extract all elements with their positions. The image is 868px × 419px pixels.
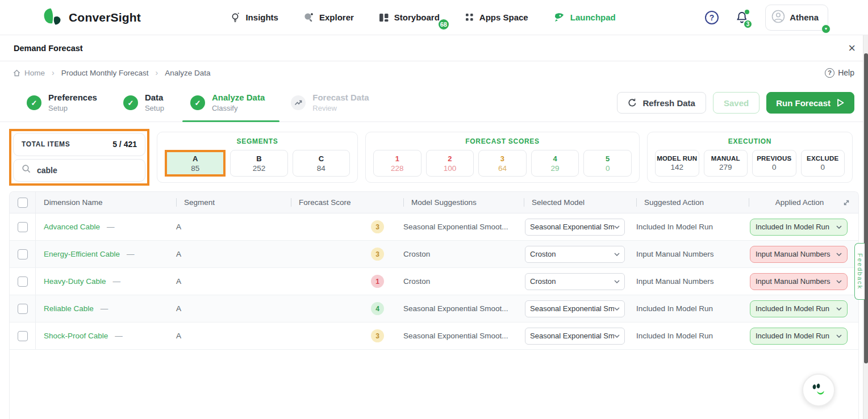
- breadcrumb-item[interactable]: Product Monthly Forecast: [61, 69, 149, 77]
- step-forecast-data[interactable]: Forecast Data Review: [291, 84, 369, 121]
- selected-model-dropdown[interactable]: Seasonal Exponential Smoothing: [525, 300, 625, 317]
- segments-panel: SEGMENTS A 85 B 252 C 84: [157, 132, 358, 183]
- step-data[interactable]: ✓ Data Setup: [123, 84, 164, 121]
- score-card-4[interactable]: 4 29: [531, 150, 579, 177]
- row-checkbox[interactable]: [18, 331, 28, 341]
- table-row: Heavy-Duty Cable — A 1 Croston Croston I…: [10, 268, 858, 295]
- score-card-5[interactable]: 5 0: [583, 150, 632, 177]
- assistant-chat-bubble[interactable]: [802, 374, 835, 407]
- model-suggestion: Seasonal Exponential Smoot...: [395, 332, 516, 340]
- segment-card-b[interactable]: B 252: [230, 150, 287, 177]
- table-row: Advanced Cable — A 3 Seasonal Exponentia…: [10, 213, 858, 241]
- row-checkbox[interactable]: [18, 222, 28, 232]
- close-icon[interactable]: ×: [848, 42, 856, 55]
- breadcrumb: Home › Product Monthly Forecast › Analyz…: [12, 68, 210, 77]
- notifications-bell-icon[interactable]: 3: [736, 11, 748, 24]
- execution-title: EXECUTION: [655, 137, 845, 145]
- table-row: Energy-Efficient Cable — A 3 Croston Cro…: [10, 241, 858, 268]
- applied-action-dropdown[interactable]: Included In Model Run: [750, 328, 848, 345]
- forecast-scores-panel: FORECAST SCORES 1 228 2 100 3 64 4 29: [365, 132, 640, 183]
- search-input[interactable]: [37, 166, 116, 175]
- forecast-score-badge: 4: [371, 302, 384, 315]
- nav-item-label: Explorer: [319, 12, 354, 22]
- chevron-down-icon: [836, 307, 842, 311]
- score-card-2[interactable]: 2 100: [426, 150, 474, 177]
- applied-action-dropdown[interactable]: Input Manual Numbers: [750, 273, 848, 290]
- execution-card-exclude[interactable]: EXCLUDE 0: [801, 150, 845, 177]
- chevron-down-icon: [614, 334, 620, 338]
- breadcrumb-separator-icon: ›: [52, 68, 55, 77]
- execution-card-previous[interactable]: PREVIOUS 0: [752, 150, 796, 177]
- modal-title: Demand Forecast: [14, 44, 83, 53]
- applied-action-dropdown[interactable]: Input Manual Numbers: [750, 246, 848, 263]
- feedback-tab[interactable]: Feedback: [854, 243, 865, 300]
- check-circle-icon: ✓: [27, 95, 41, 110]
- dimension-name-link[interactable]: Reliable Cable: [44, 304, 94, 313]
- applied-action-dropdown[interactable]: Included In Model Run: [750, 219, 848, 236]
- nav-item-explorer[interactable]: Explorer: [303, 12, 354, 23]
- nav-item-insights[interactable]: Insights: [230, 12, 278, 23]
- nav-item-launchpad[interactable]: Launchpad: [553, 12, 616, 23]
- notification-count-badge: 3: [743, 19, 753, 29]
- dimension-name-link[interactable]: Energy-Efficient Cable: [44, 250, 120, 258]
- selected-model-dropdown[interactable]: Seasonal Exponential Smoothing: [525, 219, 625, 236]
- dimension-name-link[interactable]: Shock-Proof Cable: [44, 332, 108, 340]
- nav-item-label: Storyboard: [394, 12, 440, 22]
- primary-nav: Insights Explorer: [230, 12, 615, 23]
- selected-model-dropdown[interactable]: Croston: [525, 273, 625, 290]
- select-all-checkbox[interactable]: [18, 198, 28, 208]
- col-applied-action: Applied Action: [741, 198, 858, 207]
- suggested-action: Input Manual Numbers: [628, 277, 741, 286]
- scrollbar-thumb[interactable]: [864, 53, 868, 363]
- nav-item-label: Launchpad: [570, 12, 616, 22]
- dimension-name-link[interactable]: Heavy-Duty Cable: [44, 277, 106, 286]
- top-nav: ConverSight Insights: [0, 0, 868, 35]
- table-row: Reliable Cable — A 4 Seasonal Exponentia…: [10, 295, 858, 322]
- step-preferences[interactable]: ✓ Preferences Setup: [27, 84, 97, 121]
- search-box[interactable]: [13, 159, 145, 182]
- execution-card-model-run[interactable]: MODEL RUN 142: [655, 150, 699, 177]
- row-checkbox[interactable]: [18, 276, 28, 287]
- forecast-score-badge: 3: [371, 248, 384, 261]
- row-dash: —: [107, 223, 115, 231]
- refresh-data-button[interactable]: Refresh Data: [617, 92, 706, 114]
- storyboard-count-badge: 68: [437, 18, 450, 31]
- breadcrumb-home[interactable]: Home: [12, 69, 45, 77]
- total-items-value: 5 / 421: [112, 140, 137, 149]
- help-link[interactable]: Help: [825, 68, 854, 78]
- suggested-action: Included In Model Run: [628, 332, 741, 340]
- scrollbar-track[interactable]: [863, 35, 868, 419]
- user-menu[interactable]: Athena: [765, 5, 828, 31]
- nav-item-storyboard[interactable]: Storyboard 68: [379, 12, 440, 23]
- search-icon: [22, 164, 31, 176]
- selected-model-dropdown[interactable]: Croston: [525, 246, 625, 263]
- nav-item-apps-space[interactable]: Apps Space: [465, 12, 528, 22]
- brand-logo[interactable]: ConverSight: [43, 7, 141, 28]
- model-suggestion: Croston: [395, 250, 516, 258]
- row-dash: —: [127, 250, 135, 258]
- model-suggestion: Seasonal Exponential Smoot...: [395, 304, 516, 313]
- execution-card-manual[interactable]: MANUAL 279: [704, 150, 748, 177]
- selected-model-dropdown[interactable]: Seasonal Exponential Smoothing: [525, 328, 625, 345]
- chevron-down-icon: [614, 307, 620, 311]
- segment-card-c[interactable]: C 84: [293, 150, 350, 177]
- score-card-3[interactable]: 3 64: [478, 150, 527, 177]
- explorer-search-icon: [303, 12, 314, 23]
- help-circle-icon[interactable]: [705, 11, 719, 24]
- user-dropdown-arrow-icon[interactable]: [821, 24, 831, 33]
- score-card-1[interactable]: 1 228: [373, 150, 422, 177]
- run-forecast-button[interactable]: Run Forecast: [766, 92, 854, 114]
- forecast-table: Dimension Name Segment Forecast Score Mo…: [9, 191, 859, 419]
- applied-action-dropdown[interactable]: Included In Model Run: [750, 300, 848, 317]
- row-checkbox[interactable]: [18, 249, 28, 259]
- table-header: Dimension Name Segment Forecast Score Mo…: [10, 192, 858, 213]
- saved-button[interactable]: Saved: [713, 92, 760, 114]
- step-analyze-data[interactable]: ✓ Analyze Data Classify: [190, 84, 265, 121]
- notification-dot: [745, 10, 749, 14]
- dimension-name-link[interactable]: Advanced Cable: [44, 223, 100, 231]
- avatar-icon: [771, 10, 785, 26]
- col-segment: Segment: [168, 198, 283, 207]
- expand-table-icon[interactable]: [842, 199, 850, 207]
- row-checkbox[interactable]: [18, 304, 28, 314]
- segment-card-a[interactable]: A 85: [165, 150, 226, 177]
